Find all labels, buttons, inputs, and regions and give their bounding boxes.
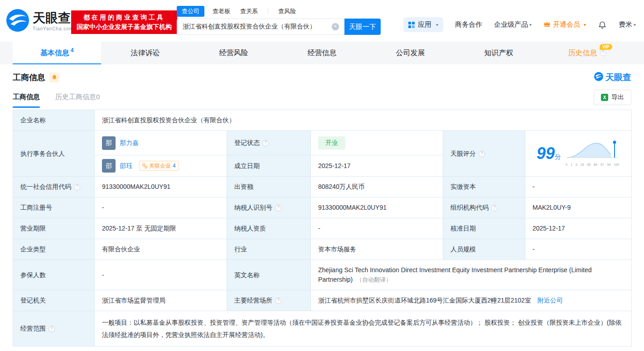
help-icon[interactable]: ? [275,298,281,304]
tab-history-info-label: 历史信息 [568,48,597,58]
search-area: 查公司 查老板 查关系 查风险 × 天眼一下 [177,5,381,35]
clear-search-icon[interactable]: × [332,23,339,30]
help-icon[interactable]: ? [491,205,498,211]
chevron-down-icon: ▾ [634,22,636,27]
tab-operation-risk[interactable]: 经营风险 [189,42,278,64]
tab-basic-info-count: 4 [71,47,74,53]
help-icon[interactable]: ? [74,184,80,190]
reg-number-value: - [95,197,227,218]
subscribe-bell-icon[interactable] [49,72,59,82]
industry-label: 行业 [227,239,311,260]
score-distribution-chart: 0131555859799100 [566,139,620,168]
vip-badge: VIP [600,44,612,50]
user-menu[interactable]: 费米 ▾ [619,20,636,29]
tab-intellectual-property[interactable]: 知识产权 [455,42,543,64]
credit-code-value: 91330000MAK2L0UY91 [95,177,227,197]
search-box: × 天眼一下 [177,19,381,35]
search-tab-boss[interactable]: 查老板 [213,7,230,15]
table-row: 企业名称 浙江省科创直投股权投资合伙企业（有限合伙） [13,110,632,131]
partner-link-2[interactable]: 邵珏 [120,161,132,171]
tab-legal-proceedings[interactable]: 法律诉讼 [101,42,189,64]
reg-status-label-text: 登记状态 [234,139,260,146]
company-type-value: 有限合伙企业 [95,239,227,260]
business-cooperation-link[interactable]: 商务合作 [455,20,482,29]
open-vip-label: 开通会员 [553,20,580,29]
open-vip-menu[interactable]: 开通会员 ▾ [543,20,586,29]
search-tab-divider [268,9,268,14]
related-badge-count: 4 [173,162,176,170]
subtab-history-business-info[interactable]: 历史工商信息0 [55,93,100,108]
tab-company-development-label: 公司发展 [396,48,425,58]
search-tab-risk[interactable]: 查风险 [278,7,296,15]
executive-partner-label: 执行事务合伙人 [13,131,95,177]
business-term-label: 营业期限 [13,218,95,239]
tab-history-info[interactable]: VIP 历史信息 ? [543,42,631,64]
taxpayer-id-value: 91330000MAK2L0UY91 [311,197,443,218]
partner-link-1[interactable]: 那力嘉 [120,138,139,148]
section-header: 工商信息 天眼查 [0,64,644,86]
username-label: 费米 [619,20,632,29]
search-input[interactable] [183,23,332,30]
export-label: 导出 [611,93,624,101]
help-icon[interactable]: ? [275,205,281,211]
tianyancha-logo-icon [6,9,29,34]
subtab-history-label: 历史工商信息 [55,93,96,101]
nearby-companies-link[interactable]: 附近公司 [537,297,563,304]
help-icon[interactable]: ? [48,326,55,332]
table-row: 登记机关 浙江省市场监督管理局 主要经营场所? 浙江省杭州市拱墅区长庆街道环城北… [13,290,632,311]
tab-operation-info[interactable]: 经营信息 [278,42,366,64]
enterprise-products-menu[interactable]: 企业级产品 ▾ [494,20,532,29]
partner-cell-1: 那 那力嘉 [95,131,227,155]
english-name-label: 英文名称 [227,260,311,290]
tab-intellectual-property-label: 知识产权 [484,48,513,58]
approval-date-value: 2025-12-17 [525,218,632,239]
apps-menu[interactable]: 应用 ▾ [403,17,443,32]
company-name-label: 企业名称 [13,110,95,131]
score-label-text: 天眼评分 [450,150,476,157]
header-right-menu: 应用 ▾ 商务合作 企业级产品 ▾ 开通会员 ▾ 费米 ▾ [403,17,636,32]
export-button[interactable]: X 导出 [594,90,631,105]
avatar: 邵 [102,159,116,173]
excel-icon: X [601,94,608,101]
help-icon[interactable]: ? [600,50,606,56]
tab-basic-info[interactable]: 基本信息 4 [13,42,101,64]
industry-value: 资本市场服务 [311,239,443,260]
tianyancha-logo[interactable]: 天眼查 TianYanCha.com [6,9,73,34]
establish-date-label: 成立日期 [227,155,311,177]
tianyancha-mini-icon [594,72,603,83]
business-scope-label-text: 经营范围 [20,325,46,332]
help-icon[interactable]: ? [479,151,485,157]
search-tab-relation[interactable]: 查关系 [240,7,258,15]
subtab-business-info[interactable]: 工商信息 [13,93,40,108]
taxpayer-id-label-text: 纳税人识别号 [234,204,272,211]
tab-company-development[interactable]: 公司发展 [366,42,455,64]
reg-authority-label: 登记机关 [13,290,95,311]
partner-cell-2: 邵 邵珏 关联企业 4 [95,155,227,177]
main-nav-tabs: 基本信息 4 法律诉讼 经营风险 经营信息 公司发展 知识产权 VIP 历史信息… [0,42,644,64]
chevron-down-icon: ▾ [584,22,586,27]
brand-domain: TianYanCha.com [33,26,73,31]
capital-value: 808240万人民币 [311,177,443,197]
reg-authority-value: 浙江省市场监督管理局 [95,290,227,311]
search-button[interactable]: 天眼一下 [344,19,381,35]
search-type-tabs: 查公司 查老板 查关系 查风险 [177,5,381,17]
search-tab-company[interactable]: 查公司 [177,6,204,17]
reg-number-label: 工商注册号 [13,197,95,218]
brand-name: 天眼查 [33,12,73,24]
notification-bell-icon[interactable] [598,20,607,29]
table-row: 执行事务合伙人 那 那力嘉 登记状态? 开业 天眼评分? 99分 [13,131,632,155]
org-code-value: MAK2L0UY-9 [525,197,632,218]
insured-value: - [95,260,227,290]
address-value: 浙江省杭州市拱墅区长庆街道环城北路169号汇金国际大厦西2幢21层2102室 [318,297,531,304]
taxpayer-quality-value: - [311,218,443,239]
table-row: 工商注册号 - 纳税人识别号? 91330000MAK2L0UY91 组织机构代… [13,197,632,218]
taxpayer-id-label: 纳税人识别号? [227,197,311,218]
brand-slogan: 都在用的商业查询工具 国家中小企业发展子基金旗下机构 [71,10,177,34]
help-icon[interactable]: ? [262,140,269,146]
related-icon [142,163,147,168]
apps-label: 应用 [418,20,431,29]
score-unit: 分 [555,153,561,160]
business-scope-value: 一般项目：以私募基金从事股权投资、投资管理、资产管理等活动（须在中国证券投资基金… [95,311,632,346]
table-row: 统一社会信用代码? 91330000MAK2L0UY91 出资额 808240万… [13,177,632,197]
related-companies-badge[interactable]: 关联企业 4 [139,161,179,171]
